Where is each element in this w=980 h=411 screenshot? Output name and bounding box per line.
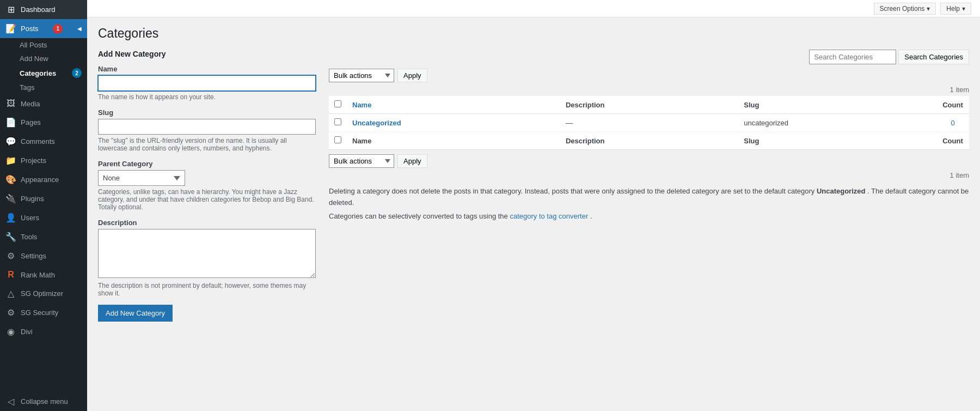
pages-label: Pages (21, 118, 41, 126)
all-posts-label: All Posts (20, 41, 47, 49)
add-category-form: Add New Category Name The name is how it… (98, 50, 316, 322)
sidebar-item-divi[interactable]: ◉ Divi (0, 322, 87, 341)
row-checkbox-cell (329, 114, 347, 132)
bottom-bulk-select[interactable]: Bulk actions (329, 154, 394, 168)
posts-icon: 📝 (5, 23, 16, 34)
screen-options-label: Screen Options (880, 5, 925, 13)
add-new-label: Add New (20, 55, 48, 63)
bottom-apply-button[interactable]: Apply (397, 154, 427, 168)
screen-options-button[interactable]: Screen Options ▾ (874, 3, 936, 15)
row-count-cell: 0 (936, 114, 969, 132)
collapse-label: Collapse menu (21, 397, 68, 406)
sidebar-item-plugins[interactable]: 🔌 Plugins (0, 189, 87, 208)
search-btn-label: Search Categories (904, 53, 963, 61)
item-count-bottom: 1 item (329, 171, 969, 179)
tags-label: Tags (20, 83, 34, 92)
info-text: Deleting a category does not delete the … (329, 186, 969, 222)
add-category-button[interactable]: Add New Category (98, 305, 173, 322)
top-bulk-bar: Bulk actions Apply (329, 69, 969, 82)
sidebar-item-tags[interactable]: Tags (0, 81, 87, 94)
sg-security-icon: ⚙ (5, 307, 16, 318)
help-button[interactable]: Help ▾ (940, 3, 971, 15)
sidebar-item-tools[interactable]: 🔧 Tools (0, 227, 87, 246)
col-description-header: Description (560, 96, 738, 114)
main-area: Screen Options ▾ Help ▾ Categories Add N… (87, 0, 980, 411)
plugins-icon: 🔌 (5, 194, 16, 204)
row-slug-cell: uncategorized (738, 114, 936, 132)
settings-label: Settings (21, 252, 46, 260)
tools-icon: 🔧 (5, 232, 16, 242)
sidebar-item-dashboard[interactable]: ⊞ Dashboard (0, 0, 87, 19)
tools-label: Tools (21, 233, 37, 241)
sidebar-item-projects[interactable]: 📁 Projects (0, 151, 87, 170)
item-count-top: 1 item (329, 86, 969, 94)
sidebar-item-add-new[interactable]: Add New (0, 52, 87, 65)
sidebar-item-all-posts[interactable]: All Posts (0, 38, 87, 52)
row-name-cell: Uncategorized (347, 114, 560, 132)
table-row: Uncategorized — uncategorized 0 (329, 114, 969, 132)
search-categories-input[interactable] (809, 50, 896, 64)
top-apply-button[interactable]: Apply (397, 69, 427, 82)
sidebar-item-comments[interactable]: 💬 Comments (0, 132, 87, 151)
content-layout: Add New Category Name The name is how it… (98, 50, 969, 322)
help-label: Help (946, 5, 960, 13)
table-footer-row: Name Description Slug Count (329, 132, 969, 150)
description-textarea[interactable] (98, 229, 316, 278)
collapse-icon: ◁ (5, 396, 16, 407)
row-count-link[interactable]: 0 (951, 119, 954, 127)
sidebar-item-media[interactable]: 🖼 Media (0, 94, 87, 113)
name-field: Name The name is how it appears on your … (98, 65, 316, 101)
sg-optimizer-icon: △ (5, 288, 16, 299)
category-to-tag-link[interactable]: category to tag converter (510, 212, 588, 220)
slug-label: Slug (98, 108, 316, 117)
comments-icon: 💬 (5, 136, 16, 147)
col-name-header[interactable]: Name (347, 96, 560, 114)
slug-input[interactable] (98, 119, 316, 135)
media-label: Media (21, 100, 40, 108)
categories-table-panel: Search Categories Bulk actions Apply 1 i… (329, 50, 969, 222)
sidebar-item-posts[interactable]: 📝 Posts 1 ◀ (0, 19, 87, 38)
col-checkbox-header (329, 96, 347, 114)
sg-optimizer-label: SG Optimizer (21, 289, 63, 298)
media-icon: 🖼 (5, 99, 16, 108)
parent-help: Categories, unlike tags, can have a hier… (98, 188, 316, 211)
users-icon: 👤 (5, 213, 16, 223)
parent-select[interactable]: None (98, 170, 185, 186)
appearance-label: Appearance (21, 176, 59, 184)
col-count-footer: Count (936, 132, 969, 150)
col-checkbox-footer (329, 132, 347, 150)
screen-options-arrow-icon: ▾ (927, 5, 930, 13)
settings-icon: ⚙ (5, 251, 16, 261)
users-label: Users (21, 214, 39, 222)
parent-field: Parent Category None Categories, unlike … (98, 160, 316, 211)
top-bulk-select[interactable]: Bulk actions (329, 69, 394, 82)
sidebar-item-categories[interactable]: Categories 2 (0, 65, 87, 81)
info-line2: Categories can be selectively converted … (329, 211, 969, 222)
divi-label: Divi (21, 328, 33, 336)
sidebar-item-appearance[interactable]: 🎨 Appearance (0, 170, 87, 189)
sidebar-item-rank-math[interactable]: R Rank Math (0, 265, 87, 284)
select-all-checkbox[interactable] (334, 100, 341, 107)
col-name-footer: Name (347, 132, 560, 150)
name-input[interactable] (98, 75, 316, 91)
col-description-footer: Description (560, 132, 738, 150)
sidebar-item-sg-optimizer[interactable]: △ SG Optimizer (0, 284, 87, 303)
col-slug-header: Slug (738, 96, 936, 114)
search-categories-button[interactable]: Search Categories (898, 50, 969, 64)
category-name-link[interactable]: Uncategorized (352, 119, 401, 127)
description-help: The description is not prominent by defa… (98, 282, 316, 297)
sidebar: ⊞ Dashboard 📝 Posts 1 ◀ All Posts Add Ne… (0, 0, 87, 411)
categories-badge: 2 (72, 68, 82, 78)
select-all-footer-checkbox[interactable] (334, 136, 341, 143)
sidebar-item-sg-security[interactable]: ⚙ SG Security (0, 303, 87, 322)
add-category-label: Add New Category (106, 309, 165, 317)
page-title: Categories (98, 26, 969, 41)
sidebar-item-pages[interactable]: 📄 Pages (0, 113, 87, 132)
sidebar-item-collapse[interactable]: ◁ Collapse menu (0, 392, 87, 411)
help-arrow-icon: ▾ (962, 5, 965, 13)
sidebar-item-users[interactable]: 👤 Users (0, 208, 87, 227)
row-checkbox[interactable] (334, 118, 341, 125)
description-label: Description (98, 219, 316, 227)
sidebar-item-settings[interactable]: ⚙ Settings (0, 246, 87, 265)
description-field: Description The description is not promi… (98, 219, 316, 297)
